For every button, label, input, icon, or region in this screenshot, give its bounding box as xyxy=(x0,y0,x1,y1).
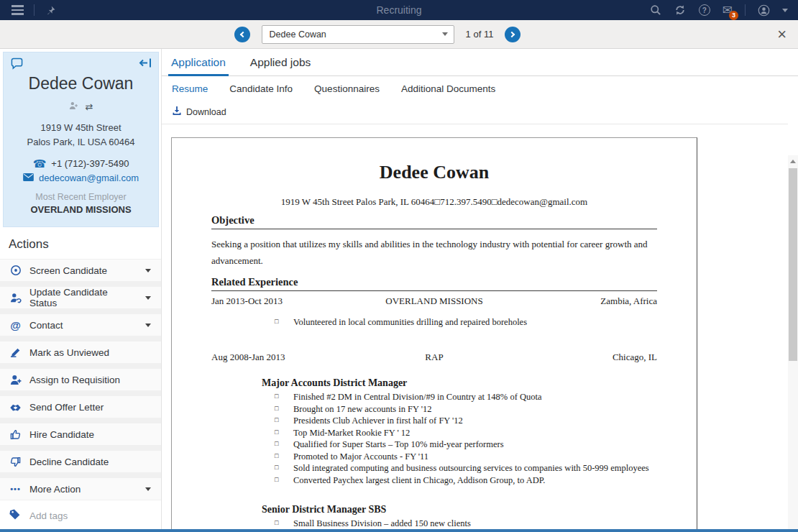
chevron-left-icon xyxy=(240,31,246,37)
download-icon xyxy=(172,106,182,119)
resume-bullet: Top Mid-Market Rookie FY ' 12 xyxy=(275,428,657,439)
help-icon[interactable]: ? xyxy=(699,4,710,16)
resume-viewer: Dedee Cowan 1919 W 45th Street Palos Par… xyxy=(162,124,788,529)
address-line-2: Palos Park, IL USA 60464 xyxy=(4,135,158,150)
chevron-right-icon xyxy=(509,31,515,37)
refresh-icon[interactable] xyxy=(674,4,687,17)
resume-bullet: Presidents Club Achiever in first half o… xyxy=(275,416,657,426)
candidate-name: Dedee Cowan xyxy=(4,74,158,93)
address-line-1: 1919 W 45th Street xyxy=(4,121,158,135)
resume-job-header: Aug 2008-Jan 2013 RAP Chicago, IL xyxy=(211,347,657,363)
subtab-candidate-info[interactable]: Candidate Info xyxy=(229,83,293,94)
candidate-sidebar: Dedee Cowan ⇄ 1919 W 45th Street Palos P… xyxy=(0,49,162,529)
resume-contact-line: 1919 W 45th Street Palos Park, IL 60464□… xyxy=(211,196,657,208)
resume-name: Dedee Cowan xyxy=(211,161,657,183)
phone-icon: ☎ xyxy=(33,158,47,169)
action-more-action[interactable]: ••• More Action xyxy=(0,478,161,500)
person-add-icon[interactable] xyxy=(69,100,78,113)
resume-bullet: Sold integrated computing and business o… xyxy=(275,463,657,474)
action-contact[interactable]: @ Contact xyxy=(0,314,161,336)
top-bar: Recruiting ? ✉ 3 xyxy=(0,0,798,20)
thumbs-down-icon xyxy=(9,456,22,468)
add-tags-field[interactable]: Add tags xyxy=(0,505,161,526)
thumbs-up-icon xyxy=(9,428,22,441)
add-tags-placeholder: Add tags xyxy=(29,510,68,521)
comments-icon[interactable] xyxy=(10,58,24,73)
profile-caret-icon[interactable] xyxy=(782,9,788,12)
search-icon[interactable] xyxy=(650,4,662,17)
chevron-down-icon xyxy=(145,487,151,491)
handshake-icon xyxy=(9,401,22,413)
action-hire-candidate[interactable]: Hire Candidate xyxy=(0,423,161,445)
resume-bullet: Finished #2 DM in Central Division/#9 in… xyxy=(275,392,657,403)
scrollbar-thumb[interactable] xyxy=(789,168,797,361)
download-button[interactable]: Download xyxy=(162,101,226,124)
action-mark-as-unviewed[interactable]: Mark as Unviewed xyxy=(0,341,161,363)
main-content: Application Applied jobs Resume Candidat… xyxy=(162,49,798,529)
resume-objective-text: Seeking a position that utilizes my skil… xyxy=(211,237,657,270)
candidate-nav-bar: Dedee Cowan 1 of 11 × xyxy=(0,20,798,49)
collapse-panel-icon[interactable] xyxy=(139,58,152,71)
resume-bullet-list: Volunteered in local communities drillin… xyxy=(275,317,657,328)
candidate-phone: +1 (712)-397-5490 xyxy=(51,158,129,169)
resume-role-title: Major Accounts District Manager xyxy=(262,377,657,389)
chevron-down-icon xyxy=(145,324,151,327)
profile-icon[interactable] xyxy=(758,4,770,17)
previous-candidate-button[interactable] xyxy=(234,27,250,42)
selected-candidate-name: Dedee Cowan xyxy=(270,29,326,40)
mail-badge: 3 xyxy=(729,11,738,20)
resume-bullet: Brought on 17 new accounts in FY '12 xyxy=(275,404,657,415)
resume-bullet-list: Small Business Division – added 150 new … xyxy=(275,518,657,529)
ellipsis-icon: ••• xyxy=(9,483,22,495)
action-send-offer-letter[interactable]: Send Offer Letter xyxy=(0,396,161,418)
actions-list: Screen Candidate Update Candidate Status… xyxy=(0,259,161,500)
person-plus-icon xyxy=(9,374,22,386)
tab-application[interactable]: Application xyxy=(171,56,226,75)
chevron-down-icon xyxy=(145,269,151,272)
swap-icon[interactable]: ⇄ xyxy=(86,102,93,111)
close-button[interactable]: × xyxy=(777,27,786,42)
subtab-questionnaires[interactable]: Questionnaires xyxy=(314,83,380,94)
resume-bullet: Volunteered in local communities drillin… xyxy=(275,317,657,328)
resume-objective-heading: Objective xyxy=(211,214,657,229)
resume-bullet: Small Business Division – added 150 new … xyxy=(275,518,657,529)
action-assign-to-requisition[interactable]: Assign to Requisition xyxy=(0,369,161,390)
resume-bullet: Qualified for Super Starts – Top 10% mid… xyxy=(275,439,657,450)
person-status-icon xyxy=(9,292,22,304)
employer-label: Most Recent Employer xyxy=(4,192,158,202)
pen-icon xyxy=(9,347,22,359)
chevron-down-icon xyxy=(442,32,448,36)
vertical-scrollbar[interactable] xyxy=(788,155,798,532)
subtab-bar: Resume Candidate Info Questionnaires Add… xyxy=(162,76,798,101)
tag-icon xyxy=(9,508,21,523)
action-decline-candidate[interactable]: Decline Candidate xyxy=(0,451,161,472)
resume-bullet: Promoted to Major Accounts - FY '11 xyxy=(275,451,657,462)
scroll-up-icon[interactable] xyxy=(790,160,796,163)
next-candidate-button[interactable] xyxy=(505,27,520,42)
pagination-indicator: 1 of 11 xyxy=(466,29,494,40)
bottom-accent-bar xyxy=(0,529,798,532)
envelope-icon xyxy=(23,171,34,184)
divider xyxy=(745,4,746,16)
candidate-summary-card: Dedee Cowan ⇄ 1919 W 45th Street Palos P… xyxy=(3,52,159,227)
candidate-email-link[interactable]: dedecowan@gmail.com xyxy=(39,173,139,183)
mail-icon[interactable]: ✉ 3 xyxy=(723,4,733,17)
subtab-resume[interactable]: Resume xyxy=(172,83,208,94)
screen-target-icon xyxy=(9,265,22,277)
actions-heading: Actions xyxy=(9,237,49,252)
resume-job-header: Jan 2013-Oct 2013 OVERLAND MISSIONS Zamb… xyxy=(211,291,657,307)
at-icon: @ xyxy=(9,319,22,331)
action-update-candidate-status[interactable]: Update Candidate Status xyxy=(0,287,161,308)
tab-bar: Application Applied jobs xyxy=(162,49,798,76)
resume-experience-heading: Related Experience xyxy=(211,276,657,291)
chevron-down-icon xyxy=(145,296,151,300)
candidate-selector-dropdown[interactable]: Dedee Cowan xyxy=(262,25,454,44)
resume-bullet-list: Finished #2 DM in Central Division/#9 in… xyxy=(275,392,657,485)
employer-name: OVERLAND MISSIONS xyxy=(4,204,158,215)
action-screen-candidate[interactable]: Screen Candidate xyxy=(0,260,161,281)
resume-bullet: Converted Paychex largest client in Chic… xyxy=(275,475,657,486)
tab-applied-jobs[interactable]: Applied jobs xyxy=(250,56,311,75)
resume-page: Dedee Cowan 1919 W 45th Street Palos Par… xyxy=(171,137,697,529)
subtab-additional-documents[interactable]: Additional Documents xyxy=(401,83,495,94)
resume-role-title: Senior District Manager SBS xyxy=(262,504,657,515)
